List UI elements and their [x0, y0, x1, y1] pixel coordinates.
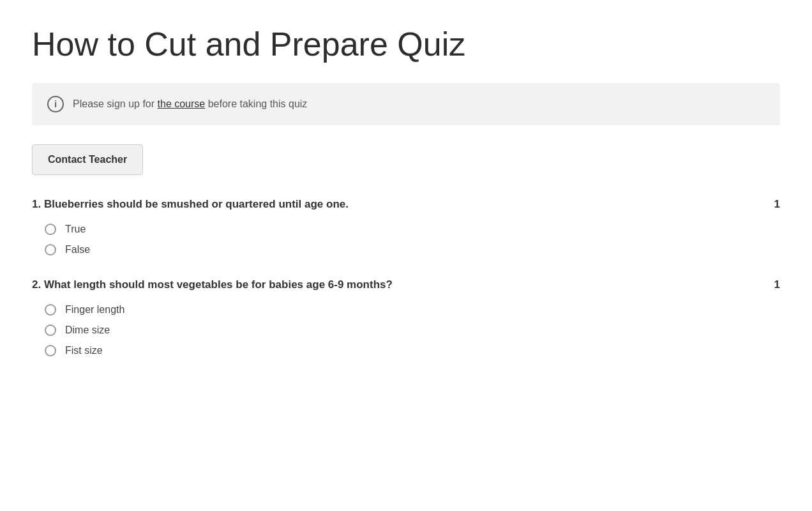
option-label-1-1: True: [65, 224, 86, 235]
option-label-1-2: False: [65, 244, 90, 256]
option-label-2-3: Fist size: [65, 345, 103, 356]
question-points-2: 1: [774, 278, 780, 291]
info-text-after: before taking this quiz: [205, 98, 307, 109]
question-block-2: 2. What length should most vegetables be…: [32, 278, 780, 356]
option-item-2-2[interactable]: Dime size: [45, 324, 780, 336]
option-label-2-1: Finger length: [65, 304, 124, 316]
question-text-1: 1. Blueberries should be smushed or quar…: [32, 198, 762, 211]
question-header-1: 1. Blueberries should be smushed or quar…: [32, 198, 780, 211]
course-link[interactable]: the course: [158, 98, 206, 109]
contact-teacher-button[interactable]: Contact Teacher: [32, 144, 143, 175]
option-label-2-2: Dime size: [65, 324, 110, 336]
radio-1-1[interactable]: [45, 224, 56, 235]
option-item-1-2[interactable]: False: [45, 244, 780, 256]
radio-1-2[interactable]: [45, 244, 56, 256]
info-icon: i: [47, 96, 64, 112]
info-banner: i Please sign up for the course before t…: [32, 83, 780, 125]
option-item-2-3[interactable]: Fist size: [45, 345, 780, 356]
options-list-2: Finger lengthDime sizeFist size: [32, 304, 780, 356]
question-text-2: 2. What length should most vegetables be…: [32, 278, 762, 291]
page-title: How to Cut and Prepare Quiz: [32, 26, 780, 64]
info-banner-text: Please sign up for the course before tak…: [73, 98, 307, 110]
option-item-1-1[interactable]: True: [45, 224, 780, 235]
radio-2-3[interactable]: [45, 345, 56, 356]
question-block-1: 1. Blueberries should be smushed or quar…: [32, 198, 780, 256]
radio-2-1[interactable]: [45, 304, 56, 316]
question-header-2: 2. What length should most vegetables be…: [32, 278, 780, 291]
options-list-1: TrueFalse: [32, 224, 780, 256]
question-points-1: 1: [774, 198, 780, 211]
info-text-before: Please sign up for: [73, 98, 158, 109]
questions-container: 1. Blueberries should be smushed or quar…: [32, 198, 780, 356]
option-item-2-1[interactable]: Finger length: [45, 304, 780, 316]
radio-2-2[interactable]: [45, 324, 56, 336]
